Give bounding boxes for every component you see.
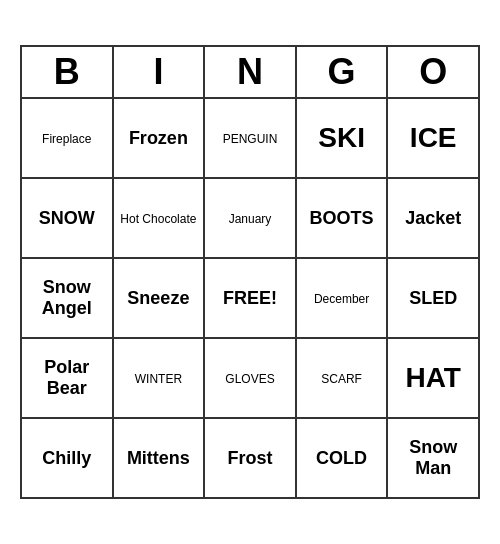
bingo-header-cell: B bbox=[21, 46, 113, 98]
bingo-cell-text: Jacket bbox=[405, 208, 461, 228]
bingo-cell-text: COLD bbox=[316, 448, 367, 468]
bingo-cell-text: SLED bbox=[409, 288, 457, 308]
bingo-cell: FREE! bbox=[204, 258, 296, 338]
bingo-cell: Jacket bbox=[387, 178, 479, 258]
bingo-cell-text: PENGUIN bbox=[223, 132, 278, 146]
bingo-cell-text: ICE bbox=[410, 122, 457, 153]
bingo-cell: WINTER bbox=[113, 338, 205, 418]
bingo-cell-text: December bbox=[314, 292, 369, 306]
bingo-cell-text: Fireplace bbox=[42, 132, 91, 146]
bingo-cell-text: WINTER bbox=[135, 372, 182, 386]
bingo-cell: ICE bbox=[387, 98, 479, 178]
bingo-cell: December bbox=[296, 258, 388, 338]
bingo-cell: Snow Angel bbox=[21, 258, 113, 338]
bingo-cell: Snow Man bbox=[387, 418, 479, 498]
bingo-header-cell: O bbox=[387, 46, 479, 98]
bingo-cell: SNOW bbox=[21, 178, 113, 258]
bingo-cell: Frost bbox=[204, 418, 296, 498]
bingo-cell-text: Snow Man bbox=[409, 437, 457, 478]
bingo-cell-text: Frozen bbox=[129, 128, 188, 148]
bingo-cell: SKI bbox=[296, 98, 388, 178]
bingo-header-cell: I bbox=[113, 46, 205, 98]
bingo-cell: Frozen bbox=[113, 98, 205, 178]
bingo-cell-text: Snow Angel bbox=[42, 277, 92, 318]
bingo-cell: PENGUIN bbox=[204, 98, 296, 178]
bingo-header-cell: G bbox=[296, 46, 388, 98]
bingo-cell-text: SKI bbox=[318, 122, 365, 153]
bingo-card: BINGO FireplaceFrozenPENGUINSKIICESNOWHo… bbox=[20, 45, 480, 499]
bingo-cell-text: HAT bbox=[405, 362, 460, 393]
bingo-cell-text: Polar Bear bbox=[44, 357, 89, 398]
bingo-header-cell: N bbox=[204, 46, 296, 98]
bingo-cell: Fireplace bbox=[21, 98, 113, 178]
bingo-cell: Hot Chocolate bbox=[113, 178, 205, 258]
bingo-row: Polar BearWINTERGLOVESSCARFHAT bbox=[21, 338, 479, 418]
bingo-cell-text: Chilly bbox=[42, 448, 91, 468]
bingo-cell: SLED bbox=[387, 258, 479, 338]
bingo-cell: Polar Bear bbox=[21, 338, 113, 418]
bingo-row: FireplaceFrozenPENGUINSKIICE bbox=[21, 98, 479, 178]
bingo-cell: GLOVES bbox=[204, 338, 296, 418]
bingo-cell-text: GLOVES bbox=[225, 372, 274, 386]
bingo-cell: Sneeze bbox=[113, 258, 205, 338]
bingo-cell-text: January bbox=[229, 212, 272, 226]
bingo-cell: January bbox=[204, 178, 296, 258]
bingo-cell: HAT bbox=[387, 338, 479, 418]
bingo-row: SNOWHot ChocolateJanuaryBOOTSJacket bbox=[21, 178, 479, 258]
bingo-cell: Chilly bbox=[21, 418, 113, 498]
bingo-row: ChillyMittensFrostCOLDSnow Man bbox=[21, 418, 479, 498]
bingo-cell-text: Frost bbox=[227, 448, 272, 468]
bingo-cell: SCARF bbox=[296, 338, 388, 418]
bingo-cell-text: BOOTS bbox=[310, 208, 374, 228]
bingo-cell: COLD bbox=[296, 418, 388, 498]
bingo-cell: Mittens bbox=[113, 418, 205, 498]
bingo-cell-text: SCARF bbox=[321, 372, 362, 386]
bingo-cell-text: FREE! bbox=[223, 288, 277, 308]
bingo-header-row: BINGO bbox=[21, 46, 479, 98]
bingo-cell-text: Mittens bbox=[127, 448, 190, 468]
bingo-cell-text: Hot Chocolate bbox=[120, 212, 196, 226]
bingo-cell-text: SNOW bbox=[39, 208, 95, 228]
bingo-row: Snow AngelSneezeFREE!DecemberSLED bbox=[21, 258, 479, 338]
bingo-cell-text: Sneeze bbox=[127, 288, 189, 308]
bingo-cell: BOOTS bbox=[296, 178, 388, 258]
